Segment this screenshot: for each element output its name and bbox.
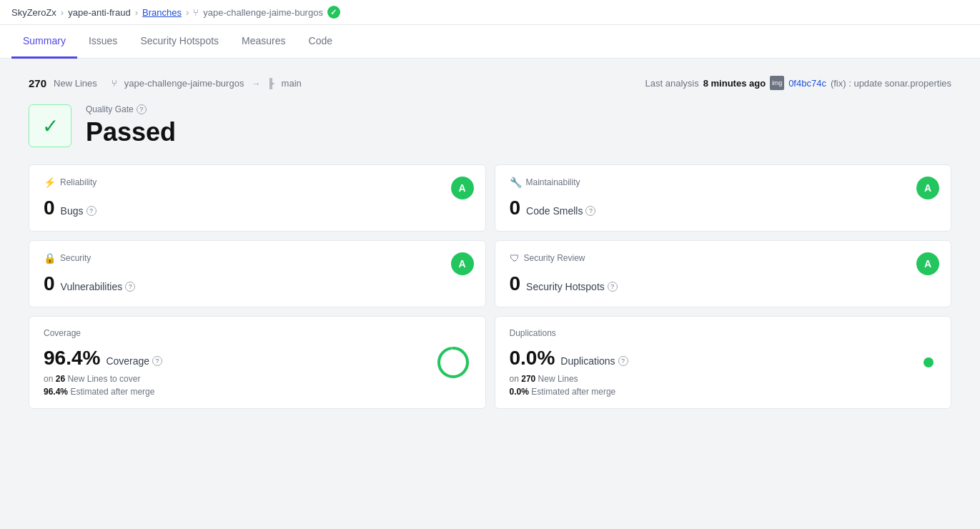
main-content: 270 New Lines ⑂ yape-challenge-jaime-bur…	[0, 59, 980, 426]
org-link[interactable]: SkyZeroZx	[11, 7, 56, 18]
reliability-label: Bugs ?	[61, 205, 96, 217]
last-analysis-label: Last analysis	[645, 78, 699, 89]
tab-security-hotspots[interactable]: Security Hotspots	[129, 25, 230, 59]
coverage-sub: on 26 New Lines to cover	[44, 374, 471, 384]
coverage-estimated: 96.4% Estimated after merge	[44, 387, 471, 397]
branch-to: main	[282, 78, 302, 89]
duplications-card: Duplications 0.0% Duplications ? on 270 …	[495, 316, 952, 409]
analysis-time: 8 minutes ago	[703, 78, 766, 89]
commit-avatar: img	[770, 76, 784, 90]
coverage-value: 96.4%	[44, 347, 100, 370]
tab-issues[interactable]: Issues	[77, 25, 129, 59]
maintainability-help-icon[interactable]: ?	[585, 206, 595, 216]
branches-link[interactable]: Branches	[142, 7, 182, 18]
security-title: 🔒 Security	[44, 252, 471, 264]
coverage-label: Coverage ?	[106, 355, 162, 367]
security-value: 0	[44, 272, 55, 295]
security-help-icon[interactable]: ?	[125, 282, 135, 292]
tab-code[interactable]: Code	[297, 25, 344, 59]
branch-to-icon: ╟	[267, 78, 274, 89]
sep3: ›	[186, 7, 189, 18]
commit-hash-link[interactable]: 0f4bc74c	[788, 78, 826, 89]
quality-gate-help-icon[interactable]: ?	[137, 104, 147, 114]
duplications-title: Duplications	[510, 328, 937, 338]
security-icon: 🔒	[44, 252, 56, 264]
reliability-main: 0 Bugs ?	[44, 197, 471, 219]
security-grade: A	[451, 252, 474, 275]
reliability-title: ⚡ Reliability	[44, 177, 471, 188]
commit-message: (fix) : update sonar.properties	[831, 78, 951, 89]
duplications-label: Duplications ?	[560, 355, 628, 367]
maintainability-main: 0 Code Smells ?	[510, 197, 937, 219]
last-analysis: Last analysis 8 minutes ago img 0f4bc74c…	[645, 76, 951, 90]
duplications-estimated: 0.0% Estimated after merge	[510, 387, 937, 397]
maintainability-grade: A	[916, 177, 939, 199]
duplications-main: 0.0% Duplications ?	[510, 347, 937, 370]
breadcrumb-bar: SkyZeroZx › yape-anti-fraud › Branches ›…	[0, 0, 980, 25]
repo-link[interactable]: yape-anti-fraud	[68, 7, 130, 18]
quality-gate-section: ✓ Quality Gate ? Passed	[29, 104, 951, 147]
reliability-help-icon[interactable]: ?	[86, 206, 96, 216]
bottom-metrics-grid: Coverage 96.4% Coverage ? on 26 New Line…	[29, 316, 951, 409]
coverage-circle	[435, 345, 471, 380]
sep2: ›	[135, 7, 138, 18]
security-label: Vulnerabilities ?	[61, 281, 136, 292]
maintainability-label: Code Smells ?	[526, 205, 595, 217]
tab-summary[interactable]: Summary	[11, 25, 77, 59]
reliability-card: ⚡ Reliability 0 Bugs ? A	[29, 164, 486, 232]
maintainability-card: 🔧 Maintainability 0 Code Smells ? A	[495, 164, 952, 232]
quality-gate-box: ✓	[29, 104, 71, 147]
security-review-title: 🛡 Security Review	[510, 252, 937, 264]
duplications-new-lines: 270	[521, 374, 535, 384]
duplications-value: 0.0%	[510, 347, 555, 370]
new-lines-count: 270	[29, 77, 46, 89]
maintainability-value: 0	[510, 197, 521, 219]
new-lines-label: New Lines	[54, 78, 97, 89]
security-review-value: 0	[510, 272, 521, 295]
reliability-icon: ⚡	[44, 177, 56, 188]
branch-info-bar: 270 New Lines ⑂ yape-challenge-jaime-bur…	[29, 76, 951, 90]
maintainability-title: 🔧 Maintainability	[510, 177, 937, 188]
quality-gate-status: Passed	[86, 117, 176, 147]
reliability-grade: A	[451, 177, 474, 199]
arrow-icon: →	[251, 78, 260, 89]
sep1: ›	[61, 7, 64, 18]
current-branch: yape-challenge-jaime-burgos	[203, 7, 323, 18]
coverage-card: Coverage 96.4% Coverage ? on 26 New Line…	[29, 316, 486, 409]
maintainability-icon: 🔧	[510, 177, 522, 188]
duplications-help-icon[interactable]: ?	[618, 356, 628, 366]
coverage-main: 96.4% Coverage ?	[44, 347, 471, 370]
tab-measures[interactable]: Measures	[230, 25, 297, 59]
quality-gate-info: Quality Gate ? Passed	[86, 104, 176, 147]
security-review-icon: 🛡	[510, 252, 520, 264]
duplications-dot	[924, 357, 934, 367]
security-card: 🔒 Security 0 Vulnerabilities ? A	[29, 240, 486, 307]
quality-gate-check-icon: ✓	[42, 114, 59, 138]
branch-status-badge: ✓	[327, 6, 340, 19]
security-review-help-icon[interactable]: ?	[608, 282, 618, 292]
nav-tabs: Summary Issues Security Hotspots Measure…	[0, 25, 980, 59]
coverage-title: Coverage	[44, 328, 471, 338]
branch-icon: ⑂	[193, 7, 199, 18]
security-review-card: 🛡 Security Review 0 Security Hotspots ? …	[495, 240, 952, 307]
coverage-help-icon[interactable]: ?	[152, 356, 162, 366]
security-review-label: Security Hotspots ?	[526, 281, 618, 292]
branch-from-icon: ⑂	[112, 78, 117, 89]
security-review-grade: A	[916, 252, 939, 275]
security-review-main: 0 Security Hotspots ?	[510, 272, 937, 295]
branch-from: yape-challenge-jaime-burgos	[124, 78, 244, 89]
duplications-sub: on 270 New Lines	[510, 374, 937, 384]
security-main: 0 Vulnerabilities ?	[44, 272, 471, 295]
quality-gate-label: Quality Gate ?	[86, 104, 176, 114]
coverage-new-lines: 26	[56, 374, 65, 384]
metrics-grid: ⚡ Reliability 0 Bugs ? A 🔧 Maintainabili…	[29, 164, 951, 307]
reliability-value: 0	[44, 197, 55, 219]
svg-point-1	[439, 348, 467, 377]
